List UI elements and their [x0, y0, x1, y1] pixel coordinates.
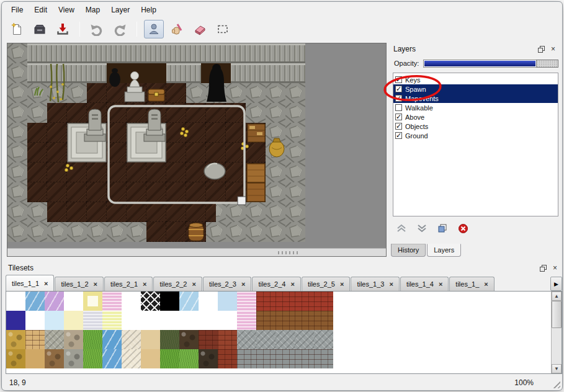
redo-button[interactable] [110, 20, 130, 38]
palette-tile[interactable] [256, 330, 275, 349]
palette-tile[interactable] [275, 311, 295, 330]
map-canvas[interactable] [7, 43, 387, 257]
tileset-tab-tiles_1_3[interactable]: tiles_1_3× [351, 277, 399, 291]
palette-tile[interactable] [64, 311, 83, 330]
palette-tile[interactable] [122, 311, 141, 330]
layer-visibility-checkbox[interactable]: ✓ [395, 132, 402, 139]
palette-tile[interactable] [179, 349, 199, 368]
float-panel-icon[interactable] [537, 45, 546, 54]
palette-tile[interactable] [295, 330, 314, 349]
palette-tile[interactable] [102, 311, 122, 330]
map-splitter[interactable] [7, 248, 386, 256]
selection-resize-handle[interactable] [238, 197, 246, 205]
palette-tile[interactable] [83, 349, 102, 368]
layer-row-walkable[interactable]: Walkable [393, 103, 558, 112]
palette-tile[interactable] [199, 330, 218, 349]
move-layer-down-button[interactable] [415, 222, 429, 234]
layer-row-spawn[interactable]: ✓Spawn [393, 84, 558, 94]
palette-tile[interactable] [83, 330, 102, 349]
palette-tile[interactable] [122, 292, 141, 311]
tileset-tab-tiles_1_2[interactable]: tiles_1_2× [55, 277, 103, 291]
scroll-up-icon[interactable]: ▲ [552, 292, 562, 301]
palette-tile[interactable] [122, 330, 141, 349]
dock-tab-history[interactable]: History [391, 244, 426, 257]
palette-tile[interactable] [45, 349, 64, 368]
layer-visibility-checkbox[interactable]: ✓ [395, 123, 402, 130]
save-button[interactable] [53, 20, 73, 38]
palette-tile[interactable] [295, 311, 314, 330]
palette-tile[interactable] [199, 292, 218, 311]
palette-tile[interactable] [102, 330, 122, 349]
tileset-tab-tiles_1_4[interactable]: tiles_1_4× [400, 277, 449, 291]
palette-tile[interactable] [64, 349, 83, 368]
palette-tile[interactable] [314, 311, 333, 330]
palette-tile[interactable] [25, 311, 45, 330]
eraser-tool-button[interactable] [190, 20, 210, 38]
palette-tile[interactable] [237, 330, 256, 349]
tileset-tab-tiles_2_3[interactable]: tiles_2_3× [203, 277, 251, 291]
palette-tile[interactable] [102, 349, 122, 368]
close-panel-icon[interactable]: × [550, 264, 560, 273]
layer-row-objects[interactable]: ✓Objects [393, 122, 558, 131]
palette-tile[interactable] [6, 292, 25, 311]
close-tab-icon[interactable]: × [192, 280, 196, 288]
palette-tile[interactable] [6, 330, 25, 349]
palette-tile[interactable] [25, 330, 45, 349]
scroll-down-icon[interactable]: ▼ [552, 364, 562, 373]
menu-view[interactable]: View [53, 4, 80, 16]
palette-tile[interactable] [199, 349, 218, 368]
palette-tile[interactable] [295, 349, 314, 368]
new-file-button[interactable] [7, 20, 27, 38]
palette-tile[interactable] [83, 292, 102, 311]
dock-tab-layers[interactable]: Layers [427, 244, 461, 257]
palette-tile[interactable] [218, 349, 237, 368]
palette-tile[interactable] [160, 330, 179, 349]
close-tab-icon[interactable]: × [439, 280, 442, 288]
tileset-tab-tiles_2_4[interactable]: tiles_2_4× [252, 277, 300, 291]
menu-layer[interactable]: Layer [105, 4, 135, 16]
marquee-tool-button[interactable] [213, 20, 233, 38]
close-tab-icon[interactable]: × [143, 280, 146, 288]
layer-visibility-checkbox[interactable]: ✓ [395, 86, 402, 92]
palette-tile[interactable] [102, 292, 122, 311]
palette-tile[interactable] [141, 311, 160, 330]
tileset-tab-tiles_2_2[interactable]: tiles_2_2× [153, 277, 202, 291]
close-tab-icon[interactable]: × [484, 280, 488, 288]
palette-tile[interactable] [275, 349, 295, 368]
palette-tile[interactable] [295, 292, 314, 311]
palette-tile[interactable] [122, 349, 141, 368]
palette-scrollbar[interactable]: ▲ ▼ [551, 292, 562, 373]
palette-tile[interactable] [237, 292, 256, 311]
menu-help[interactable]: Help [135, 4, 162, 16]
tileset-tab-tiles_2_5[interactable]: tiles_2_5× [302, 277, 350, 291]
close-tab-icon[interactable]: × [389, 280, 393, 288]
layer-row-keys[interactable]: ✓Keys [393, 75, 558, 84]
menu-file[interactable]: File [6, 4, 29, 16]
palette-tile[interactable] [179, 292, 199, 311]
palette-tile[interactable] [141, 292, 160, 311]
close-tab-icon[interactable]: × [94, 280, 97, 288]
palette-tile[interactable] [6, 311, 25, 330]
close-tab-icon[interactable]: × [241, 280, 245, 288]
opacity-slider[interactable] [423, 60, 558, 68]
layer-row-ground[interactable]: ✓Ground [393, 131, 558, 140]
layer-visibility-checkbox[interactable]: ✓ [395, 95, 402, 102]
stamp-tool-button[interactable] [144, 20, 164, 38]
palette-tile[interactable] [314, 292, 333, 311]
palette-tile[interactable] [256, 349, 275, 368]
palette-tile[interactable] [141, 349, 160, 368]
palette-tile[interactable] [160, 311, 179, 330]
layer-visibility-checkbox[interactable]: ✓ [395, 114, 402, 120]
close-panel-icon[interactable]: × [548, 45, 558, 54]
open-button[interactable] [30, 20, 50, 38]
tileset-tab-tiles_1_[interactable]: tiles_1_× [449, 277, 494, 291]
layer-visibility-checkbox[interactable]: ✓ [395, 76, 402, 83]
palette-tile[interactable] [179, 330, 199, 349]
palette-tile[interactable] [314, 349, 333, 368]
palette-tile[interactable] [160, 349, 179, 368]
palette-tile[interactable] [275, 292, 295, 311]
tab-scroll-right-button[interactable]: ▶ [550, 277, 562, 291]
duplicate-layer-button[interactable] [436, 222, 449, 234]
palette-tile[interactable] [25, 292, 45, 311]
menu-edit[interactable]: Edit [29, 4, 53, 16]
